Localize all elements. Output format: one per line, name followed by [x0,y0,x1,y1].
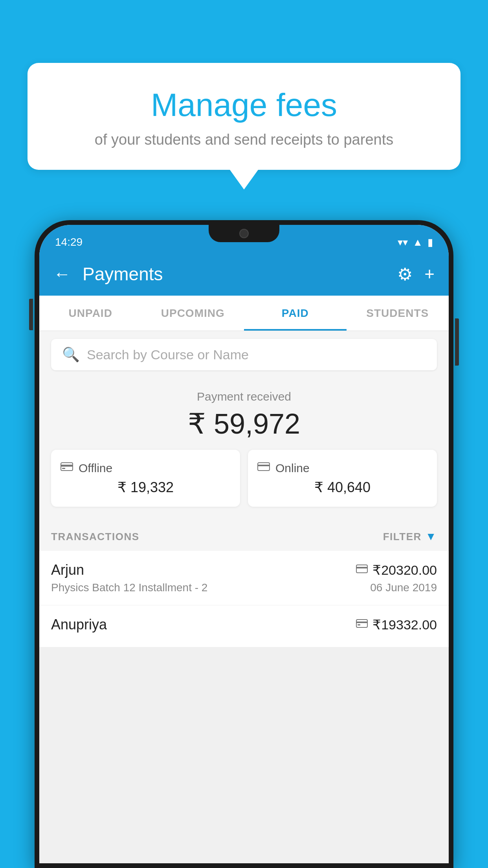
status-time: 14:29 [55,236,83,248]
add-button[interactable]: + [424,264,435,284]
speech-bubble-arrow [230,170,258,189]
offline-label: Offline [79,462,112,475]
svg-rect-6 [356,567,367,568]
payment-type-icon-anupriya [356,618,368,631]
transaction-row-bottom-arjun: Physics Batch 12 Installment - 2 06 June… [51,581,437,594]
speech-bubble-container: Manage fees of your students and send re… [28,63,460,189]
transaction-name-arjun: Arjun [51,562,84,578]
filter-label-text: FILTER [383,531,422,543]
svg-rect-2 [62,468,65,469]
phone-frame: 14:29 ▾▾ ▲ ▮ ← Payments ⚙ + UNPAID [35,220,453,868]
svg-rect-7 [356,620,367,627]
transaction-name-anupriya: Anupriya [51,616,107,633]
volume-button-left [29,299,33,330]
search-input-placeholder[interactable]: Search by Course or Name [87,347,249,362]
app-bar-title: Payments [83,263,385,285]
transactions-label: TRANSACTIONS [51,531,139,543]
back-button[interactable]: ← [53,264,71,284]
amount-container-anupriya: ₹19332.00 [356,617,437,633]
phone-screen: 14:29 ▾▾ ▲ ▮ ← Payments ⚙ + UNPAID [39,225,449,863]
power-button-right [455,318,459,366]
payment-total-amount: ₹ 59,972 [51,407,437,440]
svg-rect-9 [358,624,360,625]
online-amount: ₹ 40,640 [257,479,427,496]
filter-icon: ▼ [426,530,437,543]
transaction-course-arjun: Physics Batch 12 Installment - 2 [51,581,207,594]
online-label: Online [275,462,310,475]
app-bar: ← Payments ⚙ + [39,252,449,296]
tab-paid[interactable]: PAID [244,296,347,331]
transactions-header: TRANSACTIONS FILTER ▼ [39,522,449,551]
offline-amount: ₹ 19,332 [61,479,231,496]
tab-bar: UNPAID UPCOMING PAID STUDENTS [39,296,449,331]
settings-icon[interactable]: ⚙ [397,264,413,284]
online-icon [257,461,270,475]
app-bar-actions: ⚙ + [397,264,435,284]
search-bar-container: 🔍 Search by Course or Name [39,331,449,378]
payment-received-label: Payment received [51,390,437,403]
offline-payment-card: Offline ₹ 19,332 [51,450,240,507]
svg-rect-4 [258,465,270,466]
front-camera [239,229,249,238]
speech-bubble: Manage fees of your students and send re… [28,63,460,170]
transaction-date-arjun: 06 June 2019 [370,581,437,594]
tab-unpaid[interactable]: UNPAID [39,296,142,331]
tab-students[interactable]: STUDENTS [347,296,449,331]
wifi-icon: ▾▾ [398,236,408,248]
status-icons: ▾▾ ▲ ▮ [398,236,433,248]
payment-type-icon-arjun [356,564,368,576]
payment-breakdown: Offline ₹ 19,332 [51,450,437,507]
amount-container-arjun: ₹20320.00 [356,562,437,578]
svg-rect-3 [258,463,270,471]
tab-upcoming[interactable]: UPCOMING [142,296,244,331]
payment-summary: Payment received ₹ 59,972 [39,378,449,522]
transaction-amount-anupriya: ₹19332.00 [372,617,437,633]
transaction-row-top-arjun: Arjun ₹20320.00 [51,562,437,578]
signal-icon: ▲ [413,236,423,248]
online-payment-card: Online ₹ 40,640 [248,450,437,507]
offline-header: Offline [61,461,231,475]
svg-rect-5 [356,565,367,573]
transaction-row-top-anupriya: Anupriya ₹19332.00 [51,616,437,633]
battery-icon: ▮ [427,236,433,248]
table-row[interactable]: Arjun ₹20320.00 Physics [39,551,449,605]
transaction-amount-arjun: ₹20320.00 [372,562,437,578]
phone-notch [209,225,279,242]
svg-rect-1 [61,465,73,467]
filter-button[interactable]: FILTER ▼ [383,530,437,543]
bubble-subtitle: of your students and send receipts to pa… [51,131,437,148]
svg-rect-8 [356,622,367,623]
search-bar[interactable]: 🔍 Search by Course or Name [51,339,437,370]
online-header: Online [257,461,427,475]
transaction-list: Arjun ₹20320.00 Physics [39,551,449,647]
table-row[interactable]: Anupriya ₹19332.00 [39,605,449,647]
offline-icon [61,461,73,475]
bubble-title: Manage fees [51,86,437,123]
search-icon: 🔍 [62,346,80,363]
background: Manage fees of your students and send re… [0,0,488,868]
